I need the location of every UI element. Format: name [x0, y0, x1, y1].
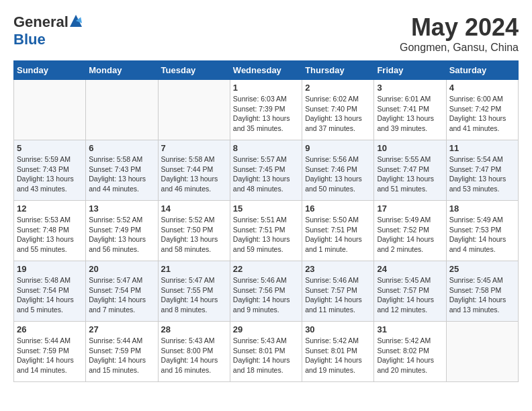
day-info: Sunrise: 5:47 AM Sunset: 7:55 PM Dayligh…: [161, 275, 227, 315]
day-number: 21: [161, 264, 227, 274]
calendar-cell: 18Sunrise: 5:49 AM Sunset: 7:53 PM Dayli…: [446, 201, 518, 261]
calendar-cell: 10Sunrise: 5:55 AM Sunset: 7:47 PM Dayli…: [374, 140, 446, 201]
calendar-cell: 11Sunrise: 5:54 AM Sunset: 7:47 PM Dayli…: [446, 140, 518, 201]
day-number: 5: [17, 143, 83, 153]
day-info: Sunrise: 5:50 AM Sunset: 7:51 PM Dayligh…: [305, 215, 371, 255]
day-info: Sunrise: 6:01 AM Sunset: 7:41 PM Dayligh…: [377, 94, 443, 134]
day-number: 13: [89, 203, 154, 214]
day-info: Sunrise: 5:54 AM Sunset: 7:47 PM Dayligh…: [449, 154, 515, 194]
day-number: 25: [449, 264, 515, 274]
calendar-cell: 20Sunrise: 5:47 AM Sunset: 7:54 PM Dayli…: [86, 261, 158, 322]
day-number: 15: [233, 203, 299, 214]
calendar-cell: 3Sunrise: 6:01 AM Sunset: 7:41 PM Daylig…: [374, 80, 446, 140]
calendar-cell: 28Sunrise: 5:43 AM Sunset: 8:00 PM Dayli…: [158, 322, 230, 382]
calendar-week-row: 26Sunrise: 5:44 AM Sunset: 7:59 PM Dayli…: [14, 322, 519, 382]
calendar-cell: 31Sunrise: 5:42 AM Sunset: 8:02 PM Dayli…: [374, 322, 446, 382]
day-number: 8: [233, 143, 299, 153]
calendar-week-row: 19Sunrise: 5:48 AM Sunset: 7:54 PM Dayli…: [14, 261, 519, 322]
day-number: 28: [161, 324, 227, 334]
day-number: 24: [377, 264, 443, 274]
day-info: Sunrise: 5:59 AM Sunset: 7:43 PM Dayligh…: [17, 154, 83, 194]
calendar-header-row: SundayMondayTuesdayWednesdayThursdayFrid…: [14, 61, 519, 80]
weekday-header: Wednesday: [230, 61, 302, 80]
weekday-header: Tuesday: [158, 61, 230, 80]
day-info: Sunrise: 5:52 AM Sunset: 7:50 PM Dayligh…: [161, 215, 227, 255]
calendar-week-row: 5Sunrise: 5:59 AM Sunset: 7:43 PM Daylig…: [14, 140, 519, 201]
day-number: 23: [305, 264, 371, 274]
calendar-cell: 1Sunrise: 6:03 AM Sunset: 7:39 PM Daylig…: [230, 80, 302, 140]
calendar-cell: 30Sunrise: 5:42 AM Sunset: 8:01 PM Dayli…: [302, 322, 374, 382]
calendar-cell: 15Sunrise: 5:51 AM Sunset: 7:51 PM Dayli…: [230, 201, 302, 261]
weekday-header: Thursday: [302, 61, 374, 80]
day-number: 2: [305, 83, 371, 93]
title-block: May 2024 Gongmen, Gansu, China: [400, 13, 519, 54]
day-number: 3: [377, 83, 443, 93]
calendar-week-row: 12Sunrise: 5:53 AM Sunset: 7:48 PM Dayli…: [14, 201, 519, 261]
day-info: Sunrise: 5:47 AM Sunset: 7:54 PM Dayligh…: [89, 275, 154, 315]
day-info: Sunrise: 5:45 AM Sunset: 7:58 PM Dayligh…: [449, 275, 515, 315]
calendar-cell: 22Sunrise: 5:46 AM Sunset: 7:56 PM Dayli…: [230, 261, 302, 322]
day-number: 7: [161, 143, 227, 153]
day-number: 6: [89, 143, 154, 153]
calendar-cell: 17Sunrise: 5:49 AM Sunset: 7:52 PM Dayli…: [374, 201, 446, 261]
calendar-cell: 21Sunrise: 5:47 AM Sunset: 7:55 PM Dayli…: [158, 261, 230, 322]
weekday-header: Friday: [374, 61, 446, 80]
calendar-cell: 6Sunrise: 5:58 AM Sunset: 7:43 PM Daylig…: [86, 140, 158, 201]
calendar-cell: 9Sunrise: 5:56 AM Sunset: 7:46 PM Daylig…: [302, 140, 374, 201]
day-number: 14: [161, 203, 227, 214]
calendar-cell: [446, 322, 518, 382]
day-info: Sunrise: 5:51 AM Sunset: 7:51 PM Dayligh…: [233, 215, 299, 255]
calendar-cell: 12Sunrise: 5:53 AM Sunset: 7:48 PM Dayli…: [14, 201, 86, 261]
day-number: 29: [233, 324, 299, 334]
day-number: 30: [305, 324, 371, 334]
day-info: Sunrise: 5:57 AM Sunset: 7:45 PM Dayligh…: [233, 154, 299, 194]
calendar-cell: 24Sunrise: 5:45 AM Sunset: 7:57 PM Dayli…: [374, 261, 446, 322]
calendar-cell: [14, 80, 86, 140]
calendar-cell: 29Sunrise: 5:43 AM Sunset: 8:01 PM Dayli…: [230, 322, 302, 382]
day-info: Sunrise: 5:43 AM Sunset: 8:00 PM Dayligh…: [161, 336, 227, 375]
day-info: Sunrise: 5:49 AM Sunset: 7:52 PM Dayligh…: [377, 215, 443, 255]
day-info: Sunrise: 5:44 AM Sunset: 7:59 PM Dayligh…: [17, 336, 83, 375]
day-info: Sunrise: 5:46 AM Sunset: 7:56 PM Dayligh…: [233, 275, 299, 315]
day-info: Sunrise: 5:45 AM Sunset: 7:57 PM Dayligh…: [377, 275, 443, 315]
day-number: 31: [377, 324, 443, 334]
calendar-cell: 26Sunrise: 5:44 AM Sunset: 7:59 PM Dayli…: [14, 322, 86, 382]
calendar-cell: 5Sunrise: 5:59 AM Sunset: 7:43 PM Daylig…: [14, 140, 86, 201]
calendar-cell: [86, 80, 158, 140]
day-number: 16: [305, 203, 371, 214]
day-number: 18: [449, 203, 515, 214]
day-info: Sunrise: 6:03 AM Sunset: 7:39 PM Dayligh…: [233, 94, 299, 134]
calendar-cell: 13Sunrise: 5:52 AM Sunset: 7:49 PM Dayli…: [86, 201, 158, 261]
day-number: 17: [377, 203, 443, 214]
calendar-cell: 25Sunrise: 5:45 AM Sunset: 7:58 PM Dayli…: [446, 261, 518, 322]
calendar-cell: 19Sunrise: 5:48 AM Sunset: 7:54 PM Dayli…: [14, 261, 86, 322]
day-number: 22: [233, 264, 299, 274]
month-year: May 2024: [400, 13, 519, 42]
calendar-table: SundayMondayTuesdayWednesdayThursdayFrid…: [13, 60, 519, 382]
calendar-cell: 8Sunrise: 5:57 AM Sunset: 7:45 PM Daylig…: [230, 140, 302, 201]
day-number: 11: [449, 143, 515, 153]
day-number: 20: [89, 264, 154, 274]
day-number: 26: [17, 324, 83, 334]
calendar-cell: 14Sunrise: 5:52 AM Sunset: 7:50 PM Dayli…: [158, 201, 230, 261]
day-info: Sunrise: 5:58 AM Sunset: 7:43 PM Dayligh…: [89, 154, 154, 194]
day-info: Sunrise: 5:58 AM Sunset: 7:44 PM Dayligh…: [161, 154, 227, 194]
day-info: Sunrise: 5:56 AM Sunset: 7:46 PM Dayligh…: [305, 154, 371, 194]
day-info: Sunrise: 5:44 AM Sunset: 7:59 PM Dayligh…: [89, 336, 154, 375]
day-number: 19: [17, 264, 83, 274]
calendar-cell: 2Sunrise: 6:02 AM Sunset: 7:40 PM Daylig…: [302, 80, 374, 140]
day-number: 4: [449, 83, 515, 93]
calendar-cell: 16Sunrise: 5:50 AM Sunset: 7:51 PM Dayli…: [302, 201, 374, 261]
day-number: 27: [89, 324, 154, 334]
day-number: 9: [305, 143, 371, 153]
day-info: Sunrise: 6:02 AM Sunset: 7:40 PM Dayligh…: [305, 94, 371, 134]
day-info: Sunrise: 6:00 AM Sunset: 7:42 PM Dayligh…: [449, 94, 515, 134]
calendar-week-row: 1Sunrise: 6:03 AM Sunset: 7:39 PM Daylig…: [14, 80, 519, 140]
logo-general: General: [13, 13, 69, 31]
weekday-header: Monday: [86, 61, 158, 80]
day-info: Sunrise: 5:48 AM Sunset: 7:54 PM Dayligh…: [17, 275, 83, 315]
page-header: General Blue May 2024 Gongmen, Gansu, Ch…: [13, 13, 519, 54]
location: Gongmen, Gansu, China: [400, 42, 519, 54]
day-info: Sunrise: 5:52 AM Sunset: 7:49 PM Dayligh…: [89, 215, 154, 255]
day-number: 10: [377, 143, 443, 153]
